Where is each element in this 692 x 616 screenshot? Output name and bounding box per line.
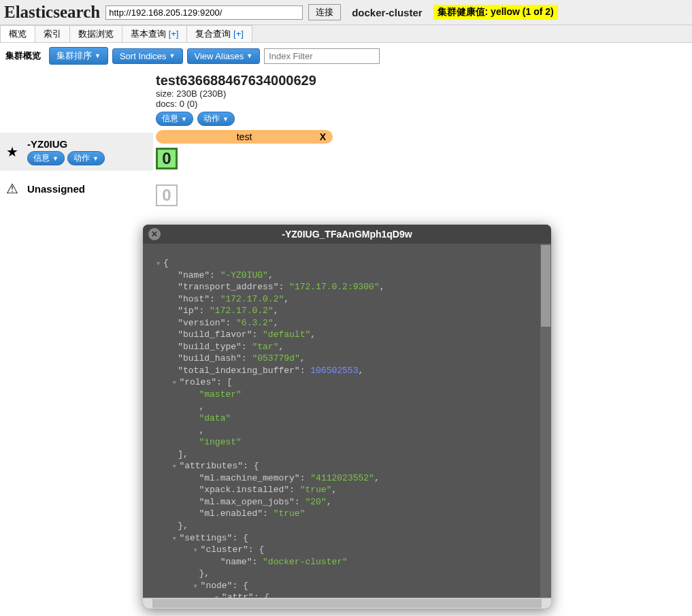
star-icon: ★ <box>4 144 20 160</box>
tab-browse[interactable]: 数据浏览 <box>69 25 122 42</box>
url-input[interactable] <box>105 5 303 20</box>
index-size: size: 230B (230B) <box>156 88 692 99</box>
tab-overview[interactable]: 概览 <box>0 25 35 42</box>
sort-indices-button[interactable]: Sort Indices ▼ <box>112 48 183 64</box>
index-info-label: 信息 <box>162 113 178 125</box>
index-action-label: 动作 <box>203 113 220 125</box>
cluster-health-badge: 集群健康值: yellow (1 of 2) <box>433 5 558 20</box>
sort-indices-label: Sort Indices <box>120 51 167 61</box>
tab-compound-query-label: 复合查询 <box>195 29 231 39</box>
shard-unassigned[interactable]: 0 <box>156 184 178 206</box>
node-row-assigned: ★ -YZ0IUG 信息 ▼ 动作 ▼ <box>0 133 153 171</box>
node-name: -YZ0IUG <box>27 138 149 150</box>
caret-down-icon: ▼ <box>223 116 229 123</box>
tab-basic-query[interactable]: 基本查询 [+] <box>122 25 187 42</box>
caret-down-icon: ▼ <box>169 52 176 59</box>
caret-down-icon: ▼ <box>52 155 59 162</box>
tab-compound-query[interactable]: 复合查询 [+] <box>186 25 252 42</box>
node-info-button[interactable]: 信息 ▼ <box>27 151 65 165</box>
index-action-button[interactable]: 动作 ▼ <box>197 112 235 126</box>
unassigned-label: Unassigned <box>27 183 149 195</box>
node-info-label: 信息 <box>33 152 50 164</box>
tab-basic-query-label: 基本查询 <box>131 29 166 39</box>
cluster-overview-label: 集群概览 <box>5 50 41 62</box>
caret-down-icon: ▼ <box>95 52 101 59</box>
connect-button[interactable]: 连接 <box>308 4 341 20</box>
index-docs: docs: 0 (0) <box>156 99 692 109</box>
sort-cluster-button[interactable]: 集群排序 ▼ <box>49 47 108 65</box>
tab-plus-icon: [+] <box>169 29 179 39</box>
view-aliases-label: View Aliases <box>195 51 244 61</box>
node-row-unassigned: ⚠ Unassigned <box>0 171 153 206</box>
caret-down-icon: ▼ <box>93 155 99 162</box>
index-info-button[interactable]: 信息 ▼ <box>156 112 193 126</box>
sort-cluster-label: 集群排序 <box>56 50 92 62</box>
index-filter-input[interactable] <box>264 48 380 64</box>
warning-icon: ⚠ <box>4 180 20 197</box>
alias-remove-icon[interactable]: X <box>320 131 326 142</box>
caret-down-icon: ▼ <box>246 52 252 59</box>
tab-plus-icon: [+] <box>233 29 244 39</box>
tab-indices[interactable]: 索引 <box>35 25 70 42</box>
node-action-button[interactable]: 动作 ▼ <box>67 151 105 165</box>
alias-name: test <box>237 131 252 142</box>
index-name: test636688467634000629 <box>156 73 692 88</box>
shard-primary[interactable]: 0 <box>156 148 178 169</box>
caret-down-icon: ▼ <box>181 116 187 123</box>
view-aliases-button[interactable]: View Aliases ▼ <box>187 48 261 64</box>
app-logo: Elasticsearch <box>4 3 100 22</box>
node-action-label: 动作 <box>73 152 90 164</box>
cluster-name: docker-cluster <box>352 7 422 18</box>
alias-pill: test X <box>156 130 333 144</box>
